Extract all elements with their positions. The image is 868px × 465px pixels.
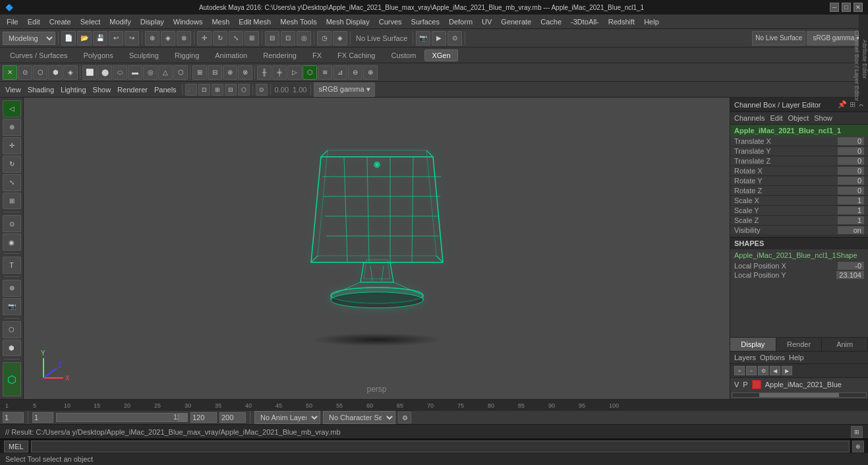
- menu-item-windows[interactable]: Windows: [169, 16, 207, 27]
- tab-sculpting[interactable]: Sculpting: [122, 49, 166, 61]
- poly-torus-button[interactable]: ◎: [143, 65, 158, 80]
- cb-channels-menu[interactable]: Channels: [734, 114, 765, 122]
- poly-cube-button[interactable]: ⬜: [82, 65, 97, 80]
- menu-item-select[interactable]: Select: [76, 16, 105, 27]
- translate-y-row[interactable]: Translate Y 0: [730, 146, 868, 156]
- wireframe-toggle-button[interactable]: ⬡: [238, 84, 250, 96]
- tab-fx[interactable]: FX: [305, 49, 329, 61]
- rotate-button[interactable]: ↻: [213, 31, 227, 46]
- minimize-button[interactable]: ─: [830, 3, 839, 12]
- menu-item-help[interactable]: Help: [640, 16, 663, 27]
- insert-edge-button[interactable]: ╫: [257, 65, 272, 80]
- command-execute-icon[interactable]: ⊕: [852, 441, 864, 452]
- panels-menu-item[interactable]: Panels: [152, 86, 179, 94]
- options-menu[interactable]: Options: [760, 354, 785, 361]
- range-end-handle[interactable]: [178, 414, 187, 421]
- annotation-button[interactable]: T: [3, 257, 21, 274]
- menu-item--3dtoall-[interactable]: -3DtoAll-: [567, 16, 603, 27]
- display-tab[interactable]: Display: [730, 338, 776, 351]
- new-file-button[interactable]: 📄: [61, 31, 76, 46]
- local-pos-x-row[interactable]: Local Position X -0: [730, 261, 868, 270]
- rotate-z-row[interactable]: Rotate Z 0: [730, 186, 868, 196]
- scale-y-row[interactable]: Scale Y 1: [730, 206, 868, 216]
- max-range-input[interactable]: [219, 412, 246, 423]
- left-extra2-button[interactable]: ⬢: [3, 340, 21, 357]
- redo-button[interactable]: ↪: [125, 31, 139, 46]
- tab-fx-caching[interactable]: FX Caching: [330, 49, 382, 61]
- menu-item-curves[interactable]: Curves: [375, 16, 406, 27]
- menu-item-redshift[interactable]: Redshift: [604, 16, 639, 27]
- tab-rigging[interactable]: Rigging: [167, 49, 206, 61]
- undo-button[interactable]: ↩: [109, 31, 123, 46]
- layer-settings-button[interactable]: ⚙: [758, 366, 768, 375]
- delete-layer-button[interactable]: −: [746, 366, 757, 375]
- range-start-input[interactable]: [32, 412, 53, 423]
- append-poly-button[interactable]: ⊕: [223, 65, 237, 80]
- cb-pin-icon[interactable]: 📌: [838, 100, 847, 109]
- cb-show-menu[interactable]: Show: [814, 114, 832, 122]
- menu-item-modify[interactable]: Modify: [105, 16, 134, 27]
- scrollbar-thumb[interactable]: [759, 393, 840, 397]
- mel-mode-label[interactable]: MEL: [4, 441, 28, 452]
- menu-item-deform[interactable]: Deform: [445, 16, 477, 27]
- snap-point-button[interactable]: ◎: [297, 31, 311, 46]
- slide-edge-button[interactable]: ▷: [287, 65, 302, 80]
- save-file-button[interactable]: 💾: [93, 31, 107, 46]
- move-tool-button[interactable]: ✛: [3, 137, 21, 154]
- snap-curve-button[interactable]: ⊡: [281, 31, 295, 46]
- left-extra1-button[interactable]: ⬡: [3, 321, 21, 338]
- right-panel-scrollbar[interactable]: [732, 392, 867, 398]
- snap-view-button[interactable]: ⊕: [3, 280, 21, 297]
- menu-item-create[interactable]: Create: [45, 16, 75, 27]
- lasso-button[interactable]: ◈: [161, 31, 175, 46]
- gamma-dropdown[interactable]: No Live Surface: [752, 31, 805, 46]
- menu-item-mesh-display[interactable]: Mesh Display: [322, 16, 374, 27]
- translate-x-row[interactable]: Translate X 0: [730, 137, 868, 146]
- char-set-dropdown[interactable]: No Character Set: [323, 411, 395, 424]
- cb-edit-menu[interactable]: Edit: [770, 114, 782, 122]
- grid-toggle-button[interactable]: ⊟: [225, 84, 237, 96]
- tab-polygons[interactable]: Polygons: [76, 49, 120, 61]
- layer-p-toggle[interactable]: P: [743, 381, 747, 388]
- fill-hole-button[interactable]: ⊗: [238, 65, 252, 80]
- fit-button[interactable]: ⊡: [198, 84, 210, 96]
- face-button[interactable]: ⬢: [48, 65, 63, 80]
- menu-item-uv[interactable]: UV: [478, 16, 496, 27]
- status-expand-button[interactable]: ⊞: [851, 426, 863, 438]
- rotate-x-row[interactable]: Rotate X 0: [730, 166, 868, 176]
- current-frame-input[interactable]: [3, 412, 24, 423]
- camera-select-button[interactable]: 📷: [3, 298, 21, 315]
- move-button[interactable]: ✛: [197, 31, 212, 46]
- select-mode-button[interactable]: ✕: [3, 65, 17, 80]
- extrude-button[interactable]: ⊞: [192, 65, 207, 80]
- bottom-icon-button[interactable]: ⬡: [3, 362, 21, 396]
- layer-arrow-right-button[interactable]: ▶: [782, 366, 792, 375]
- history-button[interactable]: ◷: [317, 31, 332, 46]
- tab-custom[interactable]: Custom: [384, 49, 424, 61]
- tab-xgen[interactable]: XGen: [424, 49, 457, 61]
- soft-select-button[interactable]: ⊙: [3, 215, 21, 232]
- layer-v-toggle[interactable]: V: [734, 381, 739, 388]
- scale-tool-button[interactable]: ⤡: [3, 174, 21, 191]
- poly-cylinder-button[interactable]: ⬭: [113, 65, 127, 80]
- selection-tool-button[interactable]: ◁: [3, 100, 21, 117]
- poly-cone-button[interactable]: △: [158, 65, 173, 80]
- wireframe-button[interactable]: ⬡: [303, 65, 317, 80]
- poly-sphere-button[interactable]: ⬤: [98, 65, 112, 80]
- menu-item-file[interactable]: File: [3, 16, 22, 27]
- show-manipulator-button[interactable]: ◉: [3, 233, 21, 251]
- anim-layer-dropdown[interactable]: No Anim Layer: [254, 411, 320, 424]
- offset-edge-button[interactable]: ╪: [272, 65, 287, 80]
- show-menu-item[interactable]: Show: [90, 86, 114, 94]
- uv-button[interactable]: ◈: [63, 65, 78, 80]
- menu-item-cache[interactable]: Cache: [536, 16, 565, 27]
- camera-button[interactable]: 📷: [416, 31, 430, 46]
- tab-curves--surfaces[interactable]: Curves / Surfaces: [3, 49, 74, 61]
- close-button[interactable]: ✕: [854, 3, 863, 12]
- timeline-ruler[interactable]: 1 5 10 15 20 25 30 35 40 45 50 55 60 65 …: [0, 400, 868, 411]
- menu-item-mesh-tools[interactable]: Mesh Tools: [276, 16, 320, 27]
- paint-select-tool-button[interactable]: ⊕: [3, 119, 21, 136]
- mode-dropdown[interactable]: Modeling: [3, 32, 55, 45]
- menu-item-edit[interactable]: Edit: [24, 16, 44, 27]
- viewport[interactable]: persp X Y Z: [24, 98, 730, 399]
